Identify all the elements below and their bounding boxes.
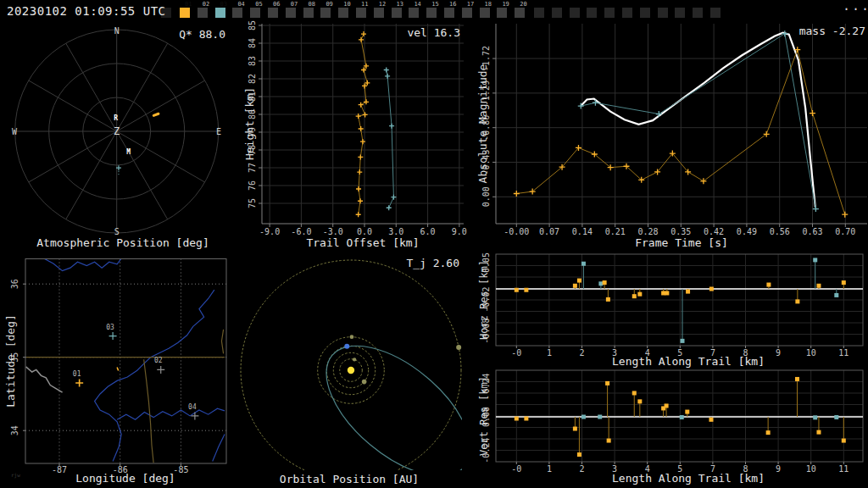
tab-01[interactable] <box>180 8 190 18</box>
residual-point <box>632 294 637 298</box>
tab-02[interactable] <box>198 8 208 18</box>
residual-point <box>573 427 577 431</box>
map-marker-02 <box>157 366 164 374</box>
overflow-menu-button[interactable]: ... <box>843 0 868 14</box>
tab-14[interactable] <box>409 8 419 18</box>
tab-blank[interactable] <box>640 8 650 18</box>
trail-offset-axis-label: Trail Offset [km] <box>306 236 419 249</box>
tab-blank[interactable] <box>658 8 668 18</box>
tab-blank[interactable] <box>622 8 632 18</box>
svg-text:02: 02 <box>154 357 163 364</box>
svg-text:11: 11 <box>838 348 849 358</box>
tab-07[interactable] <box>286 8 296 18</box>
residual-point <box>813 415 817 419</box>
residual-point <box>816 430 821 435</box>
svg-text:10: 10 <box>806 464 816 474</box>
svg-text:0.56: 0.56 <box>770 227 790 236</box>
svg-text:84: 84 <box>248 38 257 48</box>
residual-point <box>637 399 642 403</box>
residual-point <box>842 439 846 443</box>
svg-text:0.35: 0.35 <box>670 227 691 236</box>
svg-text:-0: -0 <box>511 348 521 358</box>
svg-text:2: 2 <box>579 348 584 358</box>
map-feature-edge-line <box>221 330 223 354</box>
tab-label-18: 18 <box>485 1 492 8</box>
tab-08[interactable] <box>303 8 314 18</box>
residual-point <box>680 415 684 419</box>
q-value-label: Q* 88.0 <box>179 28 225 41</box>
map-marker-01 <box>75 379 83 386</box>
horz-res-axis-label: Horz Res [km] <box>478 260 490 340</box>
tab-19[interactable] <box>497 8 507 18</box>
residual-point <box>842 280 846 285</box>
svg-text:R: R <box>114 114 118 122</box>
tab-16[interactable] <box>444 8 454 18</box>
tab-blank[interactable] <box>604 8 615 18</box>
residual-point <box>834 415 838 419</box>
svg-text:9: 9 <box>776 348 781 358</box>
tab-blank[interactable] <box>675 8 685 18</box>
svg-text:83: 83 <box>248 56 257 66</box>
tab-label-07: 07 <box>291 1 298 8</box>
svg-text:0.49: 0.49 <box>737 227 757 236</box>
map-feature-river-main <box>95 290 214 461</box>
tab-05[interactable] <box>250 8 260 18</box>
residual-point <box>581 415 586 419</box>
residual-point <box>685 410 689 414</box>
svg-text:0.07: 0.07 <box>539 227 559 236</box>
tab-blank[interactable] <box>587 8 597 18</box>
tab-blank[interactable] <box>570 8 580 18</box>
svg-text:Z: Z <box>114 125 120 137</box>
residual-point <box>709 287 714 291</box>
tab-label-10: 10 <box>343 1 350 8</box>
orbit-panel-chart <box>241 260 493 488</box>
length-trail-axis-label-1: Length Along Trail [km] <box>612 355 765 368</box>
tab-label-01: 01 <box>185 1 192 8</box>
residual-point <box>681 339 685 343</box>
tab-11[interactable] <box>356 8 366 18</box>
svg-text:M: M <box>126 148 131 156</box>
mass-label: mass -2.27 <box>799 25 865 37</box>
map-marker-04 <box>191 412 198 419</box>
svg-text:2: 2 <box>579 464 584 474</box>
tab-12[interactable] <box>374 8 384 18</box>
tab-13[interactable] <box>392 8 402 18</box>
horz-res-panel-chart: -01234578910110.05-0.02-0.08 <box>481 252 863 358</box>
tab-17[interactable] <box>462 8 472 18</box>
tab-09[interactable] <box>320 8 331 18</box>
residual-point <box>573 284 577 288</box>
tab-04[interactable] <box>232 8 242 18</box>
map-feature-state-line-diag <box>144 359 153 463</box>
tab-label-17: 17 <box>467 1 474 8</box>
residual-point <box>766 430 771 435</box>
frame-time-axis-label: Frame Time [s] <box>635 236 728 249</box>
tab-20[interactable] <box>515 8 525 18</box>
svg-text:-0: -0 <box>511 464 521 474</box>
tab-06[interactable] <box>268 8 278 18</box>
tab-10[interactable] <box>338 8 348 18</box>
svg-text:6.0: 6.0 <box>420 227 436 236</box>
residual-point <box>834 293 838 297</box>
meteor-trail-marker <box>152 112 159 117</box>
residual-point <box>665 291 669 295</box>
svg-text:10: 10 <box>806 348 816 358</box>
tab-blank[interactable] <box>693 8 703 18</box>
tab-15[interactable] <box>426 8 437 18</box>
residual-point <box>577 279 581 283</box>
map-feature-river-corner <box>213 435 225 462</box>
tab-label-16: 16 <box>449 1 456 8</box>
svg-text:01: 01 <box>73 370 81 378</box>
residual-point <box>813 258 817 262</box>
tab-label-02: 02 <box>203 1 209 8</box>
tab-blank[interactable] <box>710 8 721 18</box>
tab-03[interactable] <box>215 8 225 18</box>
residual-point <box>577 452 581 457</box>
app-window: NSWEZRM-9.0-6.0-3.00.03.06.09.0757677787… <box>0 0 868 488</box>
svg-text:03: 03 <box>106 324 114 331</box>
tab-18[interactable] <box>480 8 490 18</box>
map-features: 01020304 <box>25 258 226 463</box>
tab-blank[interactable] <box>534 8 544 18</box>
svg-text:04: 04 <box>188 403 197 411</box>
residual-point <box>603 280 607 285</box>
tab-blank[interactable] <box>552 8 562 18</box>
